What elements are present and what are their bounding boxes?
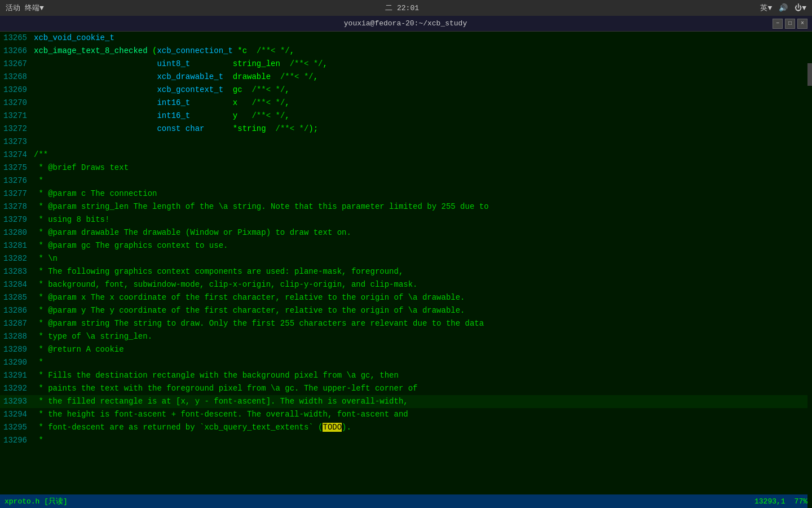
table-row: 13283 * The following graphics context c…	[0, 265, 812, 278]
line-number: 13294	[0, 408, 32, 421]
line-number: 13285	[0, 291, 32, 304]
table-row: 13278 * @param string_len The length of …	[0, 200, 812, 213]
table-row: 13269 xcb_gcontext_t gc /**< */,	[0, 84, 812, 97]
status-bar: xproto.h [只读] 13293,1 77%	[0, 494, 812, 508]
title-bar: youxia@fedora-20:~/xcb_study − □ ×	[0, 16, 812, 32]
line-content: int16_t y /**< */,	[32, 110, 812, 122]
terminal-menu[interactable]: 终端▼	[25, 3, 44, 13]
line-number: 13269	[0, 84, 32, 97]
line-content: uint8_t string_len /**< */,	[32, 58, 812, 71]
line-number: 13279	[0, 213, 32, 226]
table-row: 13296 *	[0, 434, 812, 447]
table-row: 13286 * @param y The y coordinate of the…	[0, 304, 812, 317]
table-row: 13274/**	[0, 148, 812, 161]
table-row: 13279 * using 8 bits!	[0, 213, 812, 226]
line-content: * \n	[32, 252, 812, 265]
system-bar: 活动 终端▼ 二 22:01 英▼ 🔊 ⏻▼	[0, 0, 812, 16]
clock: 二 22:01	[385, 3, 419, 13]
line-content: const char *string /**< */);	[32, 122, 812, 135]
table-row: 13295 * font-descent are as returned by …	[0, 421, 812, 434]
table-row: 13293 * the filled rectangle is at [x, y…	[0, 395, 812, 408]
table-row: 13276 *	[0, 174, 812, 187]
line-content: *	[32, 434, 812, 447]
table-row: 13294 * the height is font-ascent + font…	[0, 408, 812, 421]
line-content: xcb_gcontext_t gc /**< */,	[32, 84, 812, 97]
line-content: int16_t x /**< */,	[32, 97, 812, 110]
system-bar-left: 活动 终端▼	[6, 3, 44, 13]
line-content: xcb_drawable_t drawable /**< */,	[32, 71, 812, 84]
line-content: xcb_void_cookie_t	[32, 32, 812, 45]
line-number: 13288	[0, 330, 32, 343]
status-right: 13293,1 77%	[754, 497, 807, 506]
line-number: 13284	[0, 278, 32, 291]
line-content	[32, 135, 812, 148]
table-row: 13277 * @param c The connection	[0, 187, 812, 200]
table-row: 13292 * paints the text with the foregro…	[0, 382, 812, 395]
scroll-thumb[interactable]	[807, 63, 812, 86]
editor-wrapper: 13265xcb_void_cookie_t13266xcb_image_tex…	[0, 32, 812, 494]
line-content: * The following graphics context compone…	[32, 265, 812, 278]
table-row: 13285 * @param x The x coordinate of the…	[0, 291, 812, 304]
table-row: 13265xcb_void_cookie_t	[0, 32, 812, 45]
power-icon[interactable]: ⏻▼	[795, 4, 806, 12]
line-content: *	[32, 356, 812, 369]
maximize-button[interactable]: □	[785, 19, 795, 29]
volume-icon[interactable]: 🔊	[779, 3, 788, 12]
line-content: * @param string_len The length of the \a…	[32, 200, 812, 213]
line-content: * using 8 bits!	[32, 213, 812, 226]
line-number: 13293	[0, 395, 32, 408]
line-content: * @return A cookie	[32, 343, 812, 356]
line-number: 13278	[0, 200, 32, 213]
line-content: * @brief Draws text	[32, 161, 812, 174]
line-content: * type of \a string_len.	[32, 330, 812, 343]
line-number: 13295	[0, 421, 32, 434]
table-row: 13280 * @param drawable The drawable (Wi…	[0, 226, 812, 239]
line-content: * @param c The connection	[32, 187, 812, 200]
table-row: 13288 * type of \a string_len.	[0, 330, 812, 343]
table-row: 13275 * @brief Draws text	[0, 161, 812, 174]
table-row: 13272 const char *string /**< */);	[0, 122, 812, 135]
line-number: 13267	[0, 58, 32, 71]
table-row: 13268 xcb_drawable_t drawable /**< */,	[0, 71, 812, 84]
line-number: 13273	[0, 135, 32, 148]
table-row: 13281 * @param gc The graphics context t…	[0, 239, 812, 252]
line-number: 13265	[0, 32, 32, 45]
language-selector[interactable]: 英▼	[760, 3, 772, 13]
line-number: 13280	[0, 226, 32, 239]
line-content: * @param x The x coordinate of the first…	[32, 291, 812, 304]
scrollbar[interactable]	[807, 63, 812, 508]
title-bar-title: youxia@fedora-20:~/xcb_study	[38, 19, 773, 28]
table-row: 13271 int16_t y /**< */,	[0, 110, 812, 122]
close-button[interactable]: ×	[797, 19, 807, 29]
table-row: 13287 * @param string The string to draw…	[0, 317, 812, 330]
table-row: 13273	[0, 135, 812, 148]
line-number: 13276	[0, 174, 32, 187]
line-number: 13270	[0, 97, 32, 110]
filename-label: xproto.h [只读]	[5, 496, 68, 506]
status-left: xproto.h [只读]	[5, 496, 68, 506]
line-content: * @param drawable The drawable (Window o…	[32, 226, 812, 239]
activity-label[interactable]: 活动	[6, 3, 20, 13]
line-number: 13272	[0, 122, 32, 135]
line-content: /**	[32, 148, 812, 161]
line-content: * @param string The string to draw. Only…	[32, 317, 812, 330]
scroll-percent: 77%	[795, 497, 807, 506]
table-row: 13291 * Fills the destination rectangle …	[0, 369, 812, 382]
system-bar-center: 二 22:01	[385, 3, 419, 13]
table-row: 13289 * @return A cookie	[0, 343, 812, 356]
table-row: 13290 *	[0, 356, 812, 369]
table-row: 13284 * background, font, subwindow-mode…	[0, 278, 812, 291]
line-number: 13275	[0, 161, 32, 174]
table-row: 13266xcb_image_text_8_checked (xcb_conne…	[0, 45, 812, 58]
line-number: 13277	[0, 187, 32, 200]
table-row: 13282 * \n	[0, 252, 812, 265]
line-content: * @param gc The graphics context to use.	[32, 239, 812, 252]
line-number: 13282	[0, 252, 32, 265]
line-content: * the height is font-ascent + font-desce…	[32, 408, 812, 421]
minimize-button[interactable]: −	[773, 19, 783, 29]
line-number: 13266	[0, 45, 32, 58]
code-editor[interactable]: 13265xcb_void_cookie_t13266xcb_image_tex…	[0, 32, 812, 494]
line-content: * the filled rectangle is at [x, y - fon…	[32, 395, 812, 408]
line-number: 13281	[0, 239, 32, 252]
line-content: *	[32, 174, 812, 187]
